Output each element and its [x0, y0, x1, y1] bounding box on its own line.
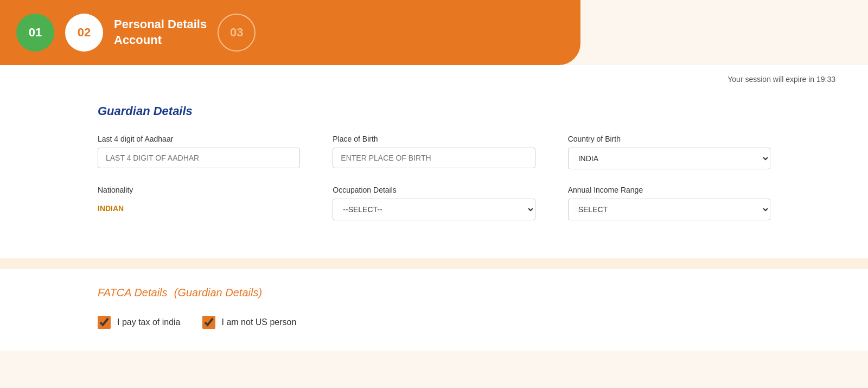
tax-india-item: I pay tax of india — [98, 316, 181, 329]
annual-income-group: Annual Income Range SELECT — [568, 186, 770, 220]
fatca-section: FATCA Details (Guardian Details) I pay t… — [0, 269, 868, 351]
aadhaar-input[interactable] — [98, 148, 300, 168]
country-of-birth-group: Country of Birth INDIA — [568, 135, 770, 169]
occupation-select[interactable]: --SELECT-- — [333, 199, 535, 220]
aadhaar-label: Last 4 digit of Aadhaar — [98, 135, 300, 143]
nationality-label: Nationality — [98, 186, 300, 194]
session-text: Your session will expire in 19:33 — [727, 75, 835, 84]
guardian-details-section: Guardian Details Last 4 digit of Aadhaar… — [0, 93, 868, 258]
not-us-item: I am not US person — [202, 316, 297, 329]
place-of-birth-group: Place of Birth — [333, 135, 535, 169]
tax-india-label: I pay tax of india — [117, 317, 181, 327]
fatca-checkbox-group: I pay tax of india I am not US person — [98, 316, 770, 329]
occupation-group: Occupation Details --SELECT-- — [333, 186, 535, 220]
annual-income-select[interactable]: SELECT — [568, 199, 770, 220]
fatca-title: FATCA Details (Guardian Details) — [98, 285, 770, 300]
step-2-number: 02 — [78, 26, 91, 40]
country-of-birth-label: Country of Birth — [568, 135, 770, 143]
nationality-group: Nationality INDIAN — [98, 186, 300, 220]
occupation-label: Occupation Details — [333, 186, 535, 194]
not-us-checkbox[interactable] — [202, 316, 215, 329]
not-us-label: I am not US person — [222, 317, 297, 327]
step-1-number: 01 — [29, 26, 42, 40]
fatca-subtitle: (Guardian Details) — [174, 287, 262, 298]
step-3-number: 03 — [230, 26, 243, 40]
step-2-title: Personal Details Account — [114, 17, 207, 48]
divider — [0, 258, 868, 269]
session-bar: Your session will expire in 19:33 — [0, 65, 868, 93]
tax-india-checkbox[interactable] — [98, 316, 111, 329]
step-3-circle: 03 — [218, 14, 256, 52]
aadhaar-group: Last 4 digit of Aadhaar — [98, 135, 300, 169]
guardian-details-title: Guardian Details — [98, 104, 770, 118]
nationality-value: INDIAN — [98, 199, 300, 218]
guardian-form-grid: Last 4 digit of Aadhaar Place of Birth C… — [98, 135, 770, 220]
fatca-title-text: FATCA Details — [98, 287, 168, 298]
country-of-birth-select[interactable]: INDIA — [568, 148, 770, 169]
step-title-line1: Personal Details — [114, 17, 207, 33]
step-title-line2: Account — [114, 33, 207, 48]
step-1-circle: 01 — [16, 14, 54, 52]
annual-income-label: Annual Income Range — [568, 186, 770, 194]
step-2-circle: 02 — [65, 14, 103, 52]
place-of-birth-label: Place of Birth — [333, 135, 535, 143]
place-of-birth-input[interactable] — [333, 148, 535, 168]
header: 01 02 Personal Details Account 03 — [0, 0, 580, 65]
